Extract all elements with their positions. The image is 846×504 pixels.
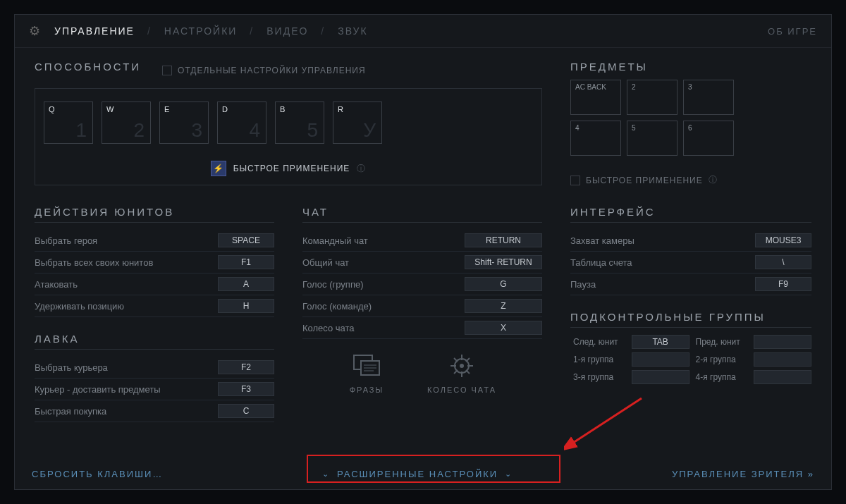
tab-settings[interactable]: НАСТРОЙКИ [164,25,238,37]
binding-label: Выбрать всех своих юнитов [35,257,153,268]
binding-key[interactable]: SPACE [218,233,274,247]
unit-actions-section: ДЕЙСТВИЯ ЮНИТОВ Выбрать герояSPACEВыбрат… [35,206,274,422]
binding-key[interactable]: F9 [755,277,811,291]
abilities-title: СПОСОБНОСТИ [35,61,141,73]
binding-label: Общий чат [302,257,349,268]
chat-title: ЧАТ [302,206,542,223]
ability-box: Q1W2E3D4B5RУ ⚡ БЫСТРОЕ ПРИМЕНЕНИЕ ⓘ [35,88,542,185]
items-quickcast-checkbox[interactable] [570,176,580,185]
binding-label: Таблица счета [570,257,632,268]
key-index: 4 [249,119,260,142]
footer: СБРОСИТЬ КЛАВИШИ… ⌄ РАСШИРЕННЫЕ НАСТРОЙК… [15,459,831,489]
binding-label: Голос (команде) [302,301,372,312]
binding-key[interactable]: X [465,321,542,335]
binding-key[interactable]: A [218,277,274,291]
binding-key[interactable]: \ [755,255,811,269]
group-3-label: 3-я группа [570,370,628,384]
group-4-key[interactable] [754,370,811,384]
prev-unit-label: Пред. юнит [693,335,751,349]
top-nav: ⚙ УПРАВЛЕНИЕ / НАСТРОЙКИ / ВИДЕО / ЗВУК … [15,15,831,48]
item-key-slot[interactable]: AC BACK [570,80,621,115]
key-index: 1 [75,119,87,142]
spectator-controls-link[interactable]: УПРАВЛЕНИЕ ЗРИТЕЛЯ » [672,469,814,479]
items-quickcast-label: БЫСТРОЕ ПРИМЕНЕНИЕ [586,176,703,185]
binding-row: Командный чатRETURN [302,230,542,252]
binding-row: ПаузаF9 [570,273,811,295]
binding-key[interactable]: C [218,404,274,418]
binding-key[interactable]: H [218,299,274,313]
ability-key-slot[interactable]: Q1 [44,102,93,144]
shop-title: ЛАВКА [35,333,274,350]
group-2-key[interactable] [754,352,811,367]
chevron-down-icon: ⌄ [505,469,513,479]
settings-panel: ⚙ УПРАВЛЕНИЕ / НАСТРОЙКИ / ВИДЕО / ЗВУК … [14,14,832,490]
binding-row: Курьер - доставить предметыF3 [35,379,274,400]
chat-wheel-button[interactable]: КОЛЕСО ЧАТА [427,352,496,394]
info-icon[interactable]: ⓘ [357,163,366,175]
items-title: ПРЕДМЕТЫ [570,61,811,73]
ability-key-slot[interactable]: RУ [333,102,382,144]
tab-audio[interactable]: ЗВУК [338,25,367,37]
key-label: Q [49,105,55,113]
binding-label: Командный чат [302,235,368,246]
key-label: E [164,105,169,113]
about-link[interactable]: ОБ ИГРЕ [768,26,817,37]
key-index: 2 [133,119,145,142]
abilities-section: СПОСОБНОСТИ ОТДЕЛЬНЫЕ НАСТРОЙКИ УПРАВЛЕН… [35,61,542,186]
advanced-settings-link[interactable]: ⌄ РАСШИРЕННЫЕ НАСТРОЙКИ ⌄ [322,469,513,479]
svg-point-6 [460,364,464,368]
binding-key[interactable]: Z [465,299,542,313]
binding-key[interactable]: F1 [218,255,274,269]
phrases-button[interactable]: ФРАЗЫ [348,352,385,394]
prev-unit-key[interactable] [754,335,811,349]
item-key-slot[interactable]: 5 [627,121,678,156]
key-index: 5 [307,119,318,142]
tab-video[interactable]: ВИДЕО [266,25,308,37]
key-label: W [106,105,114,113]
binding-key[interactable]: RETURN [465,233,542,247]
binding-key[interactable]: F3 [218,382,274,396]
group-1-key[interactable] [632,352,689,367]
binding-row: Таблица счета\ [570,252,811,273]
phrases-label: ФРАЗЫ [348,386,385,394]
ability-key-slot[interactable]: D4 [217,102,266,144]
ability-key-slot[interactable]: W2 [102,102,151,144]
tab-controls[interactable]: УПРАВЛЕНИЕ [54,25,135,37]
control-groups-title: ПОДКОНТРОЛЬНЫЕ ГРУППЫ [570,311,811,328]
item-key-slot[interactable]: 6 [683,121,734,156]
reset-keys-link[interactable]: СБРОСИТЬ КЛАВИШИ… [32,469,163,479]
binding-label: Колесо чата [302,323,355,333]
binding-key[interactable]: MOUSE3 [755,233,811,247]
key-index: 3 [191,119,202,142]
item-key-slot[interactable]: 4 [570,121,621,156]
ability-key-slot[interactable]: B5 [275,102,324,144]
key-label: D [222,105,228,113]
group-3-key[interactable] [632,370,689,384]
binding-key[interactable]: F2 [218,360,274,374]
next-unit-label: След. юнит [570,335,628,349]
next-unit-key[interactable]: TAB [632,335,689,349]
item-key-slot[interactable]: 3 [683,80,734,115]
chat-section: ЧАТ Командный чатRETURNОбщий чатShift- R… [302,206,542,422]
group-4-label: 4-я группа [693,370,751,384]
items-section: ПРЕДМЕТЫ AC BACK23 456 БЫСТРОЕ ПРИМЕНЕНИ… [570,61,811,186]
tab-separator: / [147,25,152,37]
binding-row: Быстрая покупкаC [35,400,274,422]
item-key-slot[interactable]: 2 [627,80,678,115]
info-icon[interactable]: ⓘ [709,174,718,186]
tab-separator: / [250,25,254,37]
gear-icon: ⚙ [29,23,42,39]
quickcast-label: БЫСТРОЕ ПРИМЕНЕНИЕ [233,164,350,173]
phrases-icon [348,352,385,380]
ability-key-slot[interactable]: E3 [159,102,209,144]
chevron-down-icon: ⌄ [322,469,330,479]
binding-label: Атаковать [35,279,78,290]
binding-row: Колесо чатаX [302,317,542,339]
binding-label: Голос (группе) [302,279,363,290]
chat-wheel-label: КОЛЕСО ЧАТА [427,386,496,394]
binding-key[interactable]: G [465,277,542,291]
binding-label: Выбрать героя [35,235,97,246]
quickcast-icon[interactable]: ⚡ [211,161,226,176]
binding-key[interactable]: Shift- RETURN [465,255,542,269]
separate-settings-checkbox[interactable] [162,66,172,75]
